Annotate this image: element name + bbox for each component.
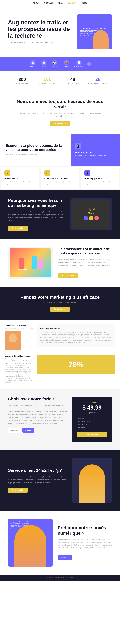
economy-sample: Sample text. Click to select the Text El… <box>6 154 65 155</box>
social-title: Marketing des médias sociaux <box>5 355 34 357</box>
economy-section: Économisez plus et obtenez de la visibil… <box>0 134 120 166</box>
automation-card-text: Duis aute irure dolor in reprehenderit i… <box>40 331 112 344</box>
pricing-right: Forfait mensuel $ 49.99 / par mois Popul… <box>72 396 112 442</box>
automation-text: Sample text. Click to select the Text El… <box>5 327 34 330</box>
serve-button[interactable]: En savoir plus <box>50 121 70 126</box>
percent-number: 78% <box>68 360 84 369</box>
nav-about[interactable]: ABOUT <box>33 2 40 4</box>
serve-text: Lorem ipsum dolor sit amet, consectetur … <box>16 112 104 118</box>
nav-team[interactable]: TEAM <box>58 2 63 4</box>
growth-right: La croissance est le moteur de tout ce q… <box>53 247 112 278</box>
stat-label-recompenses: Récompenses remportées <box>85 83 110 84</box>
nav-landing[interactable]: LANDING <box>68 2 77 4</box>
social-text: Pellentesque gestion du marketing opérat… <box>5 358 34 384</box>
d-icon-1 <box>83 216 88 220</box>
economy-card-text: Sample text. Click to select the Text El… <box>75 155 116 156</box>
feature-4: Marketing <box>77 426 107 429</box>
pricing-text: Nous pouvons vous aider à atteindre le h… <box>8 404 67 407</box>
stats-section: 300 Travaux terminés 10k Expérience indu… <box>0 70 120 91</box>
automation-card-title: Marketing de contenu <box>40 328 112 330</box>
strip-arrow[interactable]: › <box>87 62 91 66</box>
price-period: / par mois <box>77 412 107 414</box>
serve-section: Nous sommes toujours heureux de vous ser… <box>0 91 120 134</box>
social-media-section: Marketing des médias sociaux Pellentesqu… <box>0 355 120 388</box>
pricing-tabs: Mensuel Annuel <box>8 428 67 433</box>
d-icon-3 <box>94 216 99 220</box>
strip-item-1[interactable]: ☎ CONTACT <box>29 60 37 68</box>
economy-right: 📱 Marketing par SMS Sample text. Click t… <box>71 134 120 166</box>
hero-title: Augmentez le trafic et les prospects iss… <box>8 19 72 39</box>
stat-label-clients: Clients mondiaux <box>60 83 85 84</box>
digital-media-box: Digital Media <box>72 200 110 228</box>
growth-text: Duis aute irure dolor in reprehenderit i… <box>58 258 112 270</box>
footer: Sample text. Click to select the Text El… <box>0 574 120 581</box>
hero-right-card: Sample text. Do you want to increase sal… <box>77 14 112 49</box>
strip-label-5: COMMANDE <box>74 66 84 68</box>
pricing-left: Choisissez votre forfait Nous pouvons vo… <box>8 396 67 433</box>
service-section: Service client 24h/24 et 7j/7 Duis aute … <box>0 450 120 511</box>
svg-rect-0 <box>19 258 24 269</box>
why-right: Digital Media <box>70 198 112 230</box>
make-marketing-button[interactable]: En savoir plus <box>50 306 70 312</box>
card-sms: 📱 Marketing par SMS Sample text. Click t… <box>81 167 119 189</box>
price-button[interactable]: Choisir ce plan <box>77 432 107 437</box>
ready-section: Sample text. Do you want to increase sal… <box>0 511 120 574</box>
economy-title: Économisez plus et obtenez de la visibil… <box>6 144 65 152</box>
make-marketing-section: Rendez votre marketing plus efficace Sam… <box>0 286 120 320</box>
ready-title: Prêt pour votre succès numérique ? <box>58 525 112 536</box>
digital-text2: Media <box>88 212 94 214</box>
automation-left: Automatisation du marketing Sample text.… <box>5 324 34 350</box>
feature-strip: ☎ CONTACT 📋 CONTACT 💬 CONTACT 📦 COMMANDE… <box>0 57 120 70</box>
stat-label-travaux: Travaux terminés <box>10 83 35 84</box>
price-amount: $ 49.99 <box>77 404 107 411</box>
automation-image <box>5 331 21 350</box>
hero-sample-text: Sample text. Click to select the Text El… <box>8 41 72 43</box>
percent-box: 78% <box>37 355 115 374</box>
d-icon-2 <box>89 216 93 220</box>
nav-contact[interactable]: CONTACT <box>44 2 53 4</box>
stat-num-travaux: 300 <box>10 77 35 82</box>
svg-rect-1 <box>26 261 30 269</box>
digital-icons <box>83 216 99 220</box>
cards-row: 💰 Médias payants Sample text. Click to s… <box>0 166 120 190</box>
card-text-medias: Sample text. Click to select the Text El… <box>5 181 36 186</box>
growth-button[interactable]: En savoir plus <box>58 273 78 278</box>
nav-home[interactable]: HOME <box>82 2 87 4</box>
hero-left: Augmentez le trafic et les prospects iss… <box>8 19 77 44</box>
why-title: Pourquoi avez-vous besoin du marketing n… <box>8 198 66 208</box>
social-left: Marketing des médias sociaux Pellentesqu… <box>5 355 34 384</box>
hero-section: Augmentez le trafic et les prospects iss… <box>0 6 120 57</box>
tab-annual[interactable]: Annuel <box>22 428 34 433</box>
service-title: Service client 24h/24 et 7j/7 <box>8 468 67 473</box>
feature-1: Populaire <box>77 417 107 420</box>
strip-item-2[interactable]: 📋 CONTACT <box>40 60 48 68</box>
why-text: Duis aute irure dolor in reprehenderit i… <box>8 210 66 222</box>
service-left: Service client 24h/24 et 7j/7 Duis aute … <box>8 468 72 492</box>
ready-button[interactable]: Contact <box>58 555 72 560</box>
card-text-sms: Sample text. Click to select the Text El… <box>84 181 115 186</box>
stat-num-experience: 10k <box>35 77 60 82</box>
strip-item-5[interactable]: 📊 COMMANDE <box>74 60 84 68</box>
strip-item-3[interactable]: 💬 CONTACT <box>51 60 58 68</box>
automation-right: Marketing de contenu Duis aute irure dol… <box>34 324 115 350</box>
why-button[interactable]: En savoir plus <box>8 226 28 231</box>
service-button[interactable]: En savoir plus <box>8 488 28 493</box>
feature-2: Accès à l'impact <box>77 420 107 423</box>
price-card: Forfait mensuel $ 49.99 / par mois Popul… <box>72 396 112 442</box>
pricing-title: Choisissez votre forfait <box>8 396 67 402</box>
stat-num-recompenses: 2k <box>85 77 110 82</box>
economy-left: Économisez plus et obtenez de la visibil… <box>0 134 71 166</box>
ready-person-image <box>14 525 46 566</box>
tab-monthly[interactable]: Mensuel <box>8 428 21 433</box>
svg-rect-2 <box>32 256 37 269</box>
growth-image: e-COMMERCE <box>10 248 51 277</box>
economy-card-title: Marketing par SMS <box>75 151 116 154</box>
service-text: Duis aute irure dolor in reprehenderit i… <box>8 476 67 484</box>
stat-num-clients: 48 <box>60 77 85 82</box>
strip-item-4[interactable]: 📦 COMMANDE <box>62 60 71 68</box>
service-person-image <box>79 464 105 503</box>
ready-left-card: Sample text. Do you want to increase sal… <box>8 519 53 566</box>
card-icon-optimisation: ⚙ <box>45 170 50 176</box>
automation-card: Marketing de contenu Duis aute irure dol… <box>37 324 115 347</box>
strip-icon-3: 💬 <box>52 60 57 65</box>
